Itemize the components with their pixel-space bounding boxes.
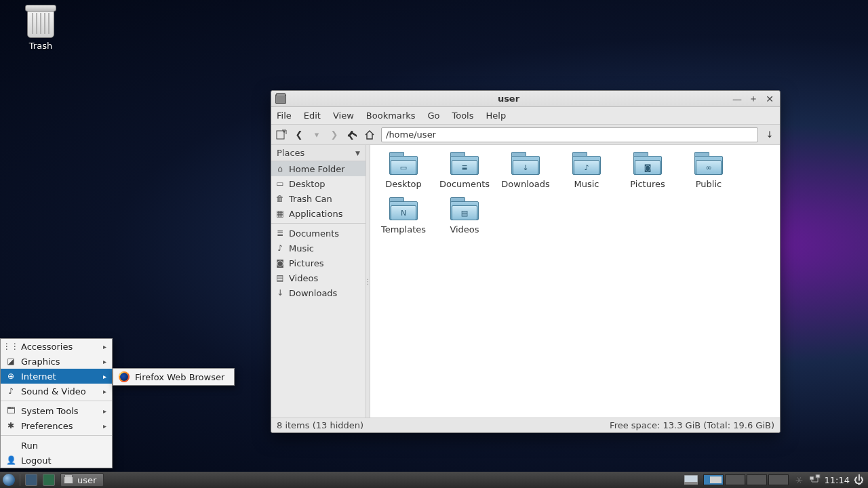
maximize-button[interactable]: ＋ — [747, 94, 760, 104]
network-icon[interactable] — [810, 474, 821, 486]
folder-label: Desktop — [373, 179, 434, 189]
workspace-4[interactable] — [768, 474, 789, 485]
menu-edit[interactable]: Edit — [304, 110, 321, 121]
submenu-arrow-icon: ▸ — [103, 422, 106, 430]
menu-item-run[interactable]: Run — [1, 438, 112, 453]
folder-view[interactable]: ▭Desktop≣Documents↓Downloads♪Music◙Pictu… — [370, 145, 780, 418]
folder-downloads[interactable]: ↓Downloads — [495, 152, 556, 189]
quicklaunch-browser[interactable] — [40, 472, 58, 488]
new-tab-button[interactable] — [275, 128, 288, 142]
menu-item-sound-video[interactable]: ♪Sound & Video▸ — [1, 384, 112, 399]
sidebar-item-label: Downloads — [289, 288, 337, 298]
folder-pictures[interactable]: ◙Pictures — [617, 152, 678, 189]
vid-icon: ▤ — [275, 273, 285, 283]
back-button[interactable]: ❮ — [293, 128, 305, 142]
menu-file[interactable]: File — [277, 110, 292, 121]
folder-label: Music — [556, 179, 617, 189]
menu-go[interactable]: Go — [427, 110, 439, 121]
folder-public[interactable]: ∞Public — [678, 152, 739, 189]
menu-help[interactable]: Help — [486, 110, 507, 121]
application-submenu-internet: Firefox Web Browser — [113, 368, 235, 386]
quicklaunch-filemanager[interactable] — [22, 472, 40, 488]
workspace-1[interactable] — [703, 474, 724, 485]
folder-documents[interactable]: ≣Documents — [434, 152, 495, 189]
menu-item-logout[interactable]: 👤Logout — [1, 453, 112, 468]
sidebar-item-documents[interactable]: ≣Documents — [271, 226, 366, 241]
menu-item-firefox[interactable]: Firefox Web Browser — [113, 369, 234, 385]
sidebar-header[interactable]: Places ▼ — [271, 145, 366, 161]
taskbar-item-user[interactable]: user — [60, 473, 104, 487]
menu-item-accessories[interactable]: ⋮⋮Accessories▸ — [1, 339, 112, 354]
sidebar-item-downloads[interactable]: ↓Downloads — [271, 285, 366, 300]
svg-rect-3 — [810, 476, 814, 480]
category-icon: 🗔 — [6, 406, 16, 415]
menu-item-label: Firefox Web Browser — [135, 372, 224, 382]
desktop-icon-trash[interactable]: Trash — [19, 8, 62, 51]
menu-bookmarks[interactable]: Bookmarks — [366, 110, 416, 121]
panel-clock[interactable]: 11:14 — [825, 475, 850, 485]
collapse-icon: ▼ — [355, 150, 360, 157]
folder-videos[interactable]: ▤Videos — [434, 197, 495, 235]
folder-icon: ▭ — [389, 152, 418, 175]
music-icon: ♪ — [275, 243, 285, 253]
minimize-button[interactable]: — — [731, 94, 743, 104]
home-button[interactable] — [363, 128, 376, 142]
sidebar-item-home-folder[interactable]: ⌂Home Folder — [271, 161, 366, 176]
power-button[interactable]: ⏻ — [854, 474, 864, 486]
go-button[interactable]: ↓ — [764, 128, 776, 142]
menu-item-label: Run — [21, 441, 38, 451]
menu-item-internet[interactable]: ⊕Internet▸ — [1, 369, 112, 384]
bluetooth-icon[interactable]: ⚹ — [795, 474, 803, 485]
up-button[interactable]: ❮❮ — [346, 128, 358, 142]
sidebar-item-videos[interactable]: ▤Videos — [271, 270, 366, 285]
menu-item-system-tools[interactable]: 🗔System Tools▸ — [1, 403, 112, 418]
path-entry[interactable]: /home/user — [381, 127, 758, 142]
sidebar-item-pictures[interactable]: ◙Pictures — [271, 256, 366, 270]
menu-item-preferences[interactable]: ✱Preferences▸ — [1, 418, 112, 433]
menu-tools[interactable]: Tools — [452, 110, 473, 121]
trash-icon — [27, 8, 54, 38]
toolbar: ❮ ▾ ❯ ❮❮ /home/user ↓ — [271, 125, 780, 145]
start-menu-button[interactable] — [0, 472, 18, 488]
menu-item-graphics[interactable]: ◪Graphics▸ — [1, 354, 112, 369]
folder-label: Pictures — [617, 179, 678, 189]
folder-icon: ▤ — [450, 197, 479, 220]
titlebar[interactable]: user — ＋ ✕ — [271, 91, 780, 107]
folder-label: Downloads — [495, 179, 556, 189]
show-desktop-button[interactable] — [682, 472, 701, 488]
category-icon: ⊕ — [6, 371, 16, 381]
close-button[interactable]: ✕ — [764, 94, 776, 104]
category-icon: ✱ — [6, 421, 16, 430]
folder-icon: ♪ — [572, 152, 601, 175]
folder-desktop[interactable]: ▭Desktop — [373, 152, 434, 189]
sidebar-item-label: Music — [289, 243, 314, 253]
menu-view[interactable]: View — [333, 110, 354, 121]
folder-icon: ≣ — [450, 152, 479, 175]
sidebar-item-desktop[interactable]: ▭Desktop — [271, 176, 366, 191]
sidebar-header-label: Places — [277, 148, 304, 158]
trash-icon: 🗑 — [275, 194, 285, 203]
workspace-3[interactable] — [747, 474, 767, 485]
application-menu: ⋮⋮Accessories▸◪Graphics▸⊕Internet▸♪Sound… — [0, 338, 113, 468]
sidebar-item-trash-can[interactable]: 🗑Trash Can — [271, 191, 366, 206]
sidebar-item-applications[interactable]: ▦Applications — [271, 206, 366, 221]
menu-item-label: Preferences — [21, 421, 73, 431]
desktop-icon-label: Trash — [19, 41, 62, 51]
back-history-button[interactable]: ▾ — [311, 128, 323, 142]
submenu-arrow-icon: ▸ — [103, 358, 106, 365]
category-icon: ◪ — [6, 357, 16, 366]
svg-rect-2 — [684, 482, 698, 485]
category-icon: 👤 — [6, 455, 16, 465]
status-items: 8 items (13 hidden) — [277, 420, 363, 430]
workspace-switcher[interactable] — [703, 474, 789, 485]
folder-icon: ↓ — [511, 152, 540, 175]
workspace-2[interactable] — [725, 474, 745, 485]
folder-music[interactable]: ♪Music — [556, 152, 617, 189]
folder-label: Videos — [434, 224, 495, 235]
sidebar-item-music[interactable]: ♪Music — [271, 241, 366, 256]
sidebar-item-label: Documents — [289, 228, 339, 239]
taskbar-item-label: user — [77, 475, 96, 485]
forward-button[interactable]: ❯ — [328, 128, 340, 142]
window-body: Places ▼ ⌂Home Folder▭Desktop🗑Trash Can▦… — [271, 145, 780, 418]
folder-templates[interactable]: NTemplates — [373, 197, 434, 235]
